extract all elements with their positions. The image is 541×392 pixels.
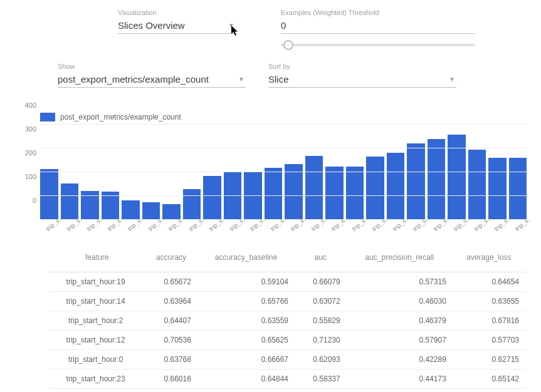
bar[interactable] <box>162 204 181 219</box>
threshold-label: Examples (Weighted) Threshold <box>281 9 475 16</box>
table-cell: 0.63768 <box>145 350 197 369</box>
table-row[interactable]: trip_start_hour:140.639640.657660.630720… <box>49 292 525 311</box>
show-label: Show <box>58 63 246 70</box>
table-cell: 0.64844 <box>197 369 295 389</box>
visualization-label: Visualization <box>118 9 236 16</box>
table-cell: 0.57907 <box>347 331 453 350</box>
visualization-select[interactable]: Slices Overview ▼ <box>118 19 236 34</box>
table-header-row: featureaccuracyaccuracy_baselineaucauc_p… <box>49 247 525 272</box>
table-cell: 0.63655 <box>453 292 525 311</box>
bar[interactable] <box>488 158 507 219</box>
table-cell: 0.46030 <box>347 292 453 311</box>
table-cell: 0.44173 <box>347 369 453 389</box>
table-cell: 0.55829 <box>295 311 347 331</box>
table-cell: 0.58337 <box>295 369 347 389</box>
bar[interactable] <box>40 169 58 219</box>
y-tick: 0 <box>33 197 36 204</box>
y-tick: 100 <box>25 173 36 180</box>
y-tick: 200 <box>25 149 36 157</box>
table-row[interactable]: trip_start_hour:190.656720.591040.660790… <box>49 272 525 292</box>
table-cell: 0.64654 <box>453 272 525 292</box>
bar[interactable] <box>366 157 384 219</box>
table-row[interactable]: trip_start_hour:120.705360.656250.712300… <box>49 331 525 350</box>
bar[interactable] <box>285 164 303 219</box>
table-cell: 0.59104 <box>197 272 295 292</box>
table-cell: 0.57315 <box>347 272 453 292</box>
column-header[interactable]: feature <box>49 247 145 272</box>
bar[interactable] <box>346 167 364 219</box>
sort-label: Sort by <box>268 63 456 70</box>
table-cell: 0.65766 <box>197 292 295 311</box>
column-header[interactable]: accuracy_baseline <box>197 247 295 272</box>
gridline <box>40 195 527 196</box>
bar[interactable] <box>509 158 527 219</box>
bar[interactable] <box>468 150 486 219</box>
slider-thumb[interactable] <box>283 40 293 50</box>
gridline <box>40 219 527 220</box>
table-row[interactable]: trip_start_hour:00.637680.666670.620930.… <box>49 350 525 369</box>
show-select[interactable]: post_export_metrics/example_count ▼ <box>58 73 246 88</box>
table-cell: 0.57703 <box>453 331 525 350</box>
bar[interactable] <box>203 176 221 219</box>
show-value: post_export_metrics/example_count <box>58 74 209 85</box>
metrics-table: featureaccuracyaccuracy_baselineaucauc_p… <box>49 247 525 389</box>
y-tick: 400 <box>25 101 36 109</box>
table-cell: trip_start_hour:14 <box>49 292 145 311</box>
table-cell: 0.63559 <box>197 311 295 331</box>
gridline <box>40 172 527 172</box>
column-header[interactable]: auc_precision_recall <box>347 247 453 272</box>
bar[interactable] <box>428 139 446 219</box>
table-cell: trip_start_hour:19 <box>49 272 145 292</box>
table-cell: 0.66079 <box>295 272 347 292</box>
column-header[interactable]: accuracy <box>145 247 197 272</box>
legend-swatch <box>40 113 55 121</box>
bar[interactable] <box>325 167 344 219</box>
bar[interactable] <box>407 143 425 219</box>
table-cell: 0.65625 <box>197 331 295 350</box>
sort-select[interactable]: Slice ▼ <box>268 73 456 88</box>
threshold-slider[interactable] <box>281 44 475 46</box>
bar[interactable] <box>183 189 201 219</box>
gridline <box>40 148 527 148</box>
table-cell: 0.62093 <box>295 350 347 369</box>
column-header[interactable]: average_loss <box>453 247 525 272</box>
table-row[interactable]: trip_start_hour:20.644070.635590.558290.… <box>49 311 525 331</box>
column-header[interactable]: auc <box>295 247 347 272</box>
table-cell: trip_start_hour:2 <box>49 311 145 331</box>
table-cell: 0.62715 <box>453 350 525 369</box>
table-cell: 0.66016 <box>145 369 197 389</box>
bar[interactable] <box>387 153 405 219</box>
table-cell: trip_start_hour:23 <box>49 369 145 389</box>
table-cell: 0.64407 <box>145 311 197 331</box>
slider-track <box>281 44 475 46</box>
chevron-down-icon: ▼ <box>449 76 455 83</box>
table-cell: 0.65142 <box>453 369 525 389</box>
y-tick: 300 <box>25 125 36 133</box>
bar[interactable] <box>122 200 140 219</box>
legend-text: post_export_metrics/example_count <box>60 113 181 121</box>
threshold-input[interactable] <box>281 19 475 34</box>
y-axis: 0100200300400 <box>13 124 38 219</box>
gridline <box>40 124 527 125</box>
table-row[interactable]: trip_start_hour:230.660160.648440.583370… <box>49 369 525 389</box>
table-cell: 0.66667 <box>197 350 295 369</box>
table-cell: 0.65672 <box>145 272 197 292</box>
bar[interactable] <box>61 183 79 219</box>
table-body: trip_start_hour:190.656720.591040.660790… <box>49 272 525 389</box>
chevron-down-icon: ▼ <box>238 76 244 83</box>
bar-chart: post_export_metrics/example_count 010020… <box>13 113 527 238</box>
chart-legend: post_export_metrics/example_count <box>40 113 181 121</box>
bar[interactable] <box>142 202 160 219</box>
sort-value: Slice <box>268 74 289 85</box>
table-cell: 0.63964 <box>145 292 197 311</box>
table-cell: 0.46379 <box>347 311 453 331</box>
visualization-value: Slices Overview <box>118 20 185 31</box>
chevron-down-icon: ▼ <box>228 22 234 29</box>
table-cell: trip_start_hour:12 <box>49 331 145 350</box>
table-cell: 0.63072 <box>295 292 347 311</box>
table-cell: 0.67816 <box>453 311 525 331</box>
bar[interactable] <box>265 168 283 219</box>
table-cell: 0.42289 <box>347 350 453 369</box>
bar[interactable] <box>305 156 323 219</box>
table-cell: trip_start_hour:0 <box>49 350 145 369</box>
